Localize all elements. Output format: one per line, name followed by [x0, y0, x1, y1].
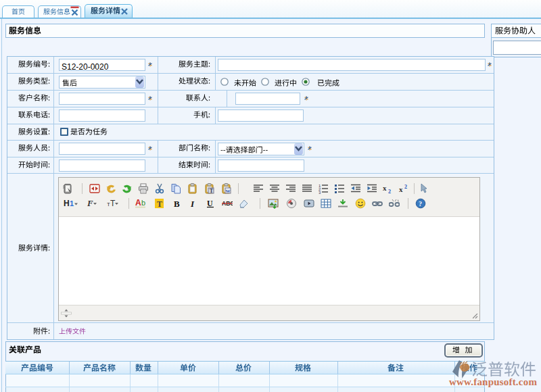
svg-text:A: A — [135, 198, 141, 207]
svg-text:H: H — [64, 199, 70, 208]
svg-text:B: B — [174, 199, 180, 209]
svg-text:?: ? — [419, 200, 422, 207]
svg-text:F: F — [87, 198, 93, 208]
svg-text:3: 3 — [319, 191, 321, 195]
svg-text:T: T — [157, 199, 162, 209]
svg-text:x: x — [399, 185, 403, 193]
svg-text:I: I — [190, 199, 195, 209]
svg-text:b: b — [141, 199, 145, 207]
svg-text:T: T — [110, 199, 116, 208]
svg-text:U: U — [207, 199, 213, 208]
svg-text:W: W — [226, 189, 231, 194]
svg-text:2: 2 — [404, 184, 407, 190]
svg-text:x: x — [383, 184, 387, 192]
svg-text:T: T — [210, 188, 213, 194]
svg-text:1: 1 — [70, 199, 74, 207]
svg-text:2: 2 — [388, 189, 391, 194]
